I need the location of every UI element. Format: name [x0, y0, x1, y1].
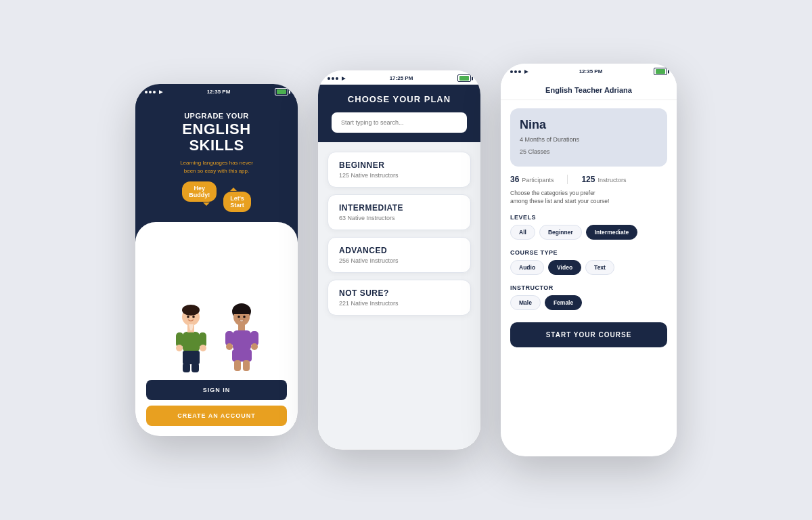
participants-stat: 36 Participants [510, 175, 554, 184]
plan-beginner[interactable]: BEGINNER 125 Native Instructors [328, 152, 471, 188]
level-beginner-btn[interactable]: Beginner [539, 225, 582, 240]
svg-point-1 [182, 305, 200, 316]
level-intermediate-btn[interactable]: Intermediate [586, 225, 638, 240]
bubble-hey: HeyBuddy! [182, 181, 217, 202]
plan-sub-not-sure: 221 Native Instructors [339, 300, 459, 307]
svg-point-7 [200, 345, 206, 351]
plan-sub-intermediate: 63 Native Instructors [339, 215, 459, 221]
status-bar-1: ▶ 12:35 PM [135, 84, 298, 98]
instructor-female-btn[interactable]: Female [545, 295, 582, 310]
character-boy [169, 302, 213, 373]
phone-1: ▶ 12:35 PM UPGRADE YOUR ENGLISH SKILLS L… [135, 84, 298, 436]
start-course-button[interactable]: START YOUR COURSE [510, 322, 667, 347]
levels-filter-row: All Beginner Intermediate [501, 225, 677, 246]
svg-point-13 [192, 316, 195, 318]
plan-title-advanced: ADVANCED [339, 246, 459, 255]
signal-dots-3: ▶ [510, 69, 528, 74]
instructor-male-btn[interactable]: Male [510, 295, 541, 310]
phone-3-body: English Teacher Adriana Nina 4 Months of… [501, 78, 677, 456]
svg-rect-2 [183, 332, 200, 352]
classes-text: 25 Classes [520, 147, 658, 156]
svg-point-6 [176, 345, 183, 351]
instructor-label: INSTRUCTOR [501, 282, 677, 295]
plan-not-sure[interactable]: NOT SURE? 221 Native Instructors [328, 280, 471, 316]
svg-rect-9 [183, 363, 190, 372]
time-3: 12:35 PM [579, 68, 603, 74]
svg-rect-22 [232, 349, 252, 362]
tagline: Learning languages has neverbeen so easy… [149, 159, 284, 174]
battery-2 [457, 74, 471, 82]
svg-rect-17 [233, 330, 251, 351]
course-audio-btn[interactable]: Audio [510, 260, 544, 275]
svg-point-20 [226, 343, 233, 350]
choose-plan-title: CHOOSE YOUR PLAN [332, 94, 467, 104]
phone-1-buttons: SIGN IN CREATE AN ACCOUNT [135, 373, 298, 435]
plan-advanced[interactable]: ADVANCED 256 Native Instructors [328, 237, 471, 273]
teacher-name: English Teacher Adriana [512, 86, 666, 94]
status-bar-2: ▶ 17:25 PM [318, 70, 480, 85]
status-bar-3: ▶ 12:35 PM [501, 64, 677, 78]
character-figures [162, 299, 271, 373]
plan-sub-advanced: 256 Native Instructors [339, 257, 459, 264]
plan-sub-beginner: 125 Native Instructors [339, 172, 459, 179]
battery-1 [275, 88, 288, 95]
bubble-lets: Let'sStart [223, 192, 251, 212]
participants-count: 36 [510, 175, 519, 184]
plan-title-not-sure: NOT SURE? [339, 288, 459, 298]
plan-intermediate[interactable]: INTERMEDIATE 63 Native Instructors [328, 194, 471, 230]
sign-in-button[interactable]: SIGN IN [146, 380, 287, 400]
course-type-label: COURSE TYPE [501, 246, 677, 260]
duration-text: 4 Months of Durations [520, 135, 658, 144]
instructors-label: Instructors [597, 177, 626, 183]
character-girl [220, 302, 264, 373]
participants-label: Participants [522, 177, 554, 183]
svg-point-21 [251, 343, 258, 350]
time-1: 12:35 PM [207, 89, 231, 95]
plans-list: BEGINNER 125 Native Instructors INTERMED… [318, 142, 480, 449]
svg-rect-10 [191, 363, 199, 372]
characters-area: SIGN IN CREATE AN ACCOUNT [135, 222, 298, 435]
instructor-filter-row: Male Female [501, 295, 677, 317]
svg-point-25 [238, 316, 240, 318]
stats-divider [567, 175, 568, 184]
phone-3-header: English Teacher Adriana [501, 78, 677, 100]
teacher-card: Nina 4 Months of Durations 25 Classes [510, 108, 667, 167]
phone-3: ▶ 12:35 PM English Teacher Adriana Nina … [501, 64, 677, 456]
levels-label: LEVELS [501, 211, 677, 225]
search-input[interactable] [332, 112, 467, 133]
svg-point-26 [243, 316, 246, 318]
svg-rect-8 [183, 351, 200, 364]
phone-2-body: CHOOSE YOUR PLAN BEGINNER 125 Native Ins… [318, 85, 480, 449]
plan-title-intermediate: INTERMEDIATE [339, 203, 459, 213]
instructors-stat: 125 Instructors [581, 175, 626, 184]
student-name: Nina [520, 118, 658, 132]
create-account-button[interactable]: CREATE AN ACCOUNT [146, 406, 287, 426]
english-skills: ENGLISH SKILLS [149, 121, 284, 154]
plan-title-beginner: BEGINNER [339, 160, 459, 170]
instructors-count: 125 [581, 175, 595, 184]
svg-rect-24 [243, 360, 250, 371]
upgrade-text: UPGRADE YOUR [149, 112, 284, 120]
phone-1-top: UPGRADE YOUR ENGLISH SKILLS Learning lan… [135, 98, 298, 222]
battery-3 [654, 68, 667, 75]
svg-rect-16 [238, 324, 245, 331]
course-video-btn[interactable]: Video [548, 260, 581, 275]
course-text-btn[interactable]: Text [585, 260, 614, 275]
phone-1-body: UPGRADE YOUR ENGLISH SKILLS Learning lan… [135, 98, 298, 435]
svg-point-12 [187, 316, 189, 318]
signal-dots-2: ▶ [328, 76, 345, 81]
bubble-area: HeyBuddy! Let'sStart [149, 175, 284, 215]
svg-rect-23 [234, 360, 241, 371]
stats-row: 36 Participants 125 Instructors [501, 167, 677, 190]
time-2: 17:25 PM [390, 75, 413, 81]
phone-2-header: CHOOSE YOUR PLAN [318, 85, 480, 142]
course-type-filter-row: Audio Video Text [501, 260, 677, 282]
level-all-btn[interactable]: All [510, 225, 535, 240]
signal-dots: ▶ [145, 89, 162, 95]
phone-2: ▶ 17:25 PM CHOOSE YOUR PLAN BEGINNER 125… [318, 70, 480, 450]
choose-description: Choose the categories you preferamong th… [501, 190, 677, 211]
